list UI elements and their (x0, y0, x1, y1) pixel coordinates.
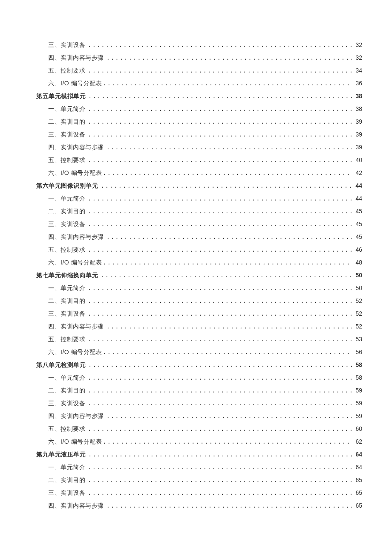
toc-entry[interactable]: 四、实训内容与步骤...............................… (36, 51, 362, 64)
toc-entry[interactable]: 六、I/O 编号分配表.............................… (36, 166, 362, 179)
toc-leader-dots: ........................................… (87, 311, 352, 317)
toc-leader-dots: ........................................… (87, 477, 352, 483)
toc-entry[interactable]: 第五单元模拟单元................................… (36, 90, 362, 102)
toc-entry[interactable]: 二、实训目的..................................… (36, 474, 362, 486)
toc-entry[interactable]: 五、控制要求..................................… (36, 154, 362, 166)
toc-leader-dots: ........................................… (106, 145, 352, 151)
toc-leader-dots: ........................................… (106, 413, 352, 419)
toc-entry[interactable]: 二、实训目的..................................… (36, 205, 362, 218)
toc-entry[interactable]: 一、单元简介..................................… (36, 371, 362, 384)
toc-leader-dots: ........................................… (87, 337, 352, 343)
toc-leader-dots: ........................................… (87, 157, 352, 163)
toc-entry-label: 四、实训内容与步骤 (48, 413, 106, 419)
toc-entry-label: 第八单元检测单元 (36, 362, 87, 368)
toc-entry-label: 二、实训目的 (48, 387, 87, 393)
toc-entry-label: 三、实训设备 (48, 131, 87, 137)
toc-entry-page: 32 (352, 55, 362, 61)
toc-entry-label: 六、I/O 编号分配表 (48, 170, 102, 176)
toc-entry[interactable]: 五、控制要求..................................… (36, 422, 362, 435)
toc-entry-page: 40 (352, 157, 362, 163)
toc-entry-label: 第六单元图像识别单元 (36, 183, 100, 189)
toc-leader-dots: ........................................… (102, 439, 352, 445)
toc-entry[interactable]: 五、控制要求..................................… (36, 243, 362, 256)
toc-entry-label: 第五单元模拟单元 (36, 93, 87, 99)
toc-entry[interactable]: 四、实训内容与步骤...............................… (36, 320, 362, 333)
toc-entry-label: 三、实训设备 (48, 400, 87, 406)
toc-entry[interactable]: 二、实训目的..................................… (36, 115, 362, 128)
toc-entry[interactable]: 四、实训内容与步骤...............................… (36, 410, 362, 422)
toc-entry-label: 二、实训目的 (48, 477, 87, 483)
toc-entry[interactable]: 一、单元简介..................................… (36, 192, 362, 205)
toc-leader-dots: ........................................… (87, 196, 352, 202)
toc-entry[interactable]: 一、单元简介..................................… (36, 102, 362, 115)
toc-entry-page: 64 (352, 464, 362, 470)
toc-entry[interactable]: 一、单元简介..................................… (36, 461, 362, 474)
toc-entry[interactable]: 六、I/O 编号分配表.............................… (36, 256, 362, 269)
toc-entry-page: 39 (352, 119, 362, 125)
toc-entry[interactable]: 五、控制要求..................................… (36, 64, 362, 77)
toc-leader-dots: ........................................… (102, 81, 352, 87)
toc-entry-page: 39 (352, 144, 362, 150)
toc-entry[interactable]: 第八单元检测单元................................… (36, 358, 362, 371)
toc-leader-dots: ........................................… (106, 234, 352, 240)
toc-entry-page: 59 (352, 413, 362, 419)
toc-entry-page: 39 (352, 131, 362, 137)
toc-entry[interactable]: 四、实训内容与步骤...............................… (36, 499, 362, 512)
toc-entry-page: 36 (352, 80, 362, 86)
toc-leader-dots: ........................................… (87, 221, 352, 227)
toc-entry-label: 第九单元液压单元 (36, 451, 87, 457)
toc-entry[interactable]: 三、实训设备..................................… (36, 307, 362, 320)
toc-entry[interactable]: 第七单元伸缩换向单元..............................… (36, 269, 362, 282)
toc-leader-dots: ........................................… (100, 273, 352, 279)
toc-entry[interactable]: 四、实训内容与步骤...............................… (36, 141, 362, 154)
toc-entry-page: 58 (352, 375, 362, 381)
toc-entry-label: 六、I/O 编号分配表 (48, 439, 102, 445)
toc-entry[interactable]: 二、实训目的..................................… (36, 384, 362, 397)
toc-entry[interactable]: 第六单元图像识别单元..............................… (36, 179, 362, 192)
toc-entry-page: 32 (352, 42, 362, 48)
toc-entry-page: 50 (352, 272, 362, 278)
toc-entry[interactable]: 二、实训目的..................................… (36, 294, 362, 307)
toc-entry[interactable]: 六、I/O 编号分配表.............................… (36, 77, 362, 90)
toc-entry-page: 50 (352, 285, 362, 291)
toc-entry[interactable]: 四、实训内容与步骤...............................… (36, 230, 362, 243)
toc-leader-dots: ........................................… (100, 183, 352, 189)
toc-entry-page: 44 (352, 195, 362, 201)
toc-entry-label: 三、实训设备 (48, 311, 87, 317)
toc-entry-page: 65 (352, 503, 362, 509)
toc-entry[interactable]: 一、单元简介..................................… (36, 282, 362, 294)
toc-entry-page: 59 (352, 400, 362, 406)
toc-entry[interactable]: 三、实训设备..................................… (36, 128, 362, 141)
toc-entry-label: 三、实训设备 (48, 42, 87, 48)
toc-entry-label: 六、I/O 编号分配表 (48, 259, 102, 265)
toc-entry-label: 二、实训目的 (48, 208, 87, 214)
toc-page: 三、实训设备..................................… (0, 0, 392, 538)
toc-entry-page: 45 (352, 234, 362, 240)
toc-entry[interactable]: 三、实训设备..................................… (36, 397, 362, 410)
toc-entry-page: 52 (352, 311, 362, 317)
toc-entry-page: 42 (352, 170, 362, 176)
toc-entry-page: 58 (352, 362, 362, 368)
toc-leader-dots: ........................................… (102, 170, 352, 176)
toc-entry[interactable]: 三、实训设备..................................… (36, 38, 362, 51)
toc-entry[interactable]: 三、实训设备..................................… (36, 486, 362, 499)
toc-entry-label: 一、单元简介 (48, 375, 87, 381)
toc-entry[interactable]: 五、控制要求..................................… (36, 333, 362, 346)
toc-leader-dots: ........................................… (106, 324, 352, 330)
toc-entry-page: 38 (352, 106, 362, 112)
toc-entry[interactable]: 三、实训设备..................................… (36, 218, 362, 230)
toc-entry-label: 第七单元伸缩换向单元 (36, 272, 100, 278)
toc-entry-label: 二、实训目的 (48, 298, 87, 304)
toc-entry[interactable]: 六、I/O 编号分配表.............................… (36, 435, 362, 448)
toc-entry-page: 45 (352, 208, 362, 214)
toc-entry-page: 62 (352, 439, 362, 445)
toc-entry[interactable]: 六、I/O 编号分配表.............................… (36, 346, 362, 358)
toc-leader-dots: ........................................… (87, 298, 352, 304)
toc-entry[interactable]: 第九单元液压单元................................… (36, 448, 362, 461)
toc-leader-dots: ........................................… (87, 285, 352, 291)
toc-entry-label: 四、实训内容与步骤 (48, 234, 106, 240)
toc-entry-label: 五、控制要求 (48, 157, 87, 163)
toc-entry-page: 46 (352, 247, 362, 253)
toc-leader-dots: ........................................… (87, 93, 352, 99)
toc-entry-page: 60 (352, 426, 362, 432)
